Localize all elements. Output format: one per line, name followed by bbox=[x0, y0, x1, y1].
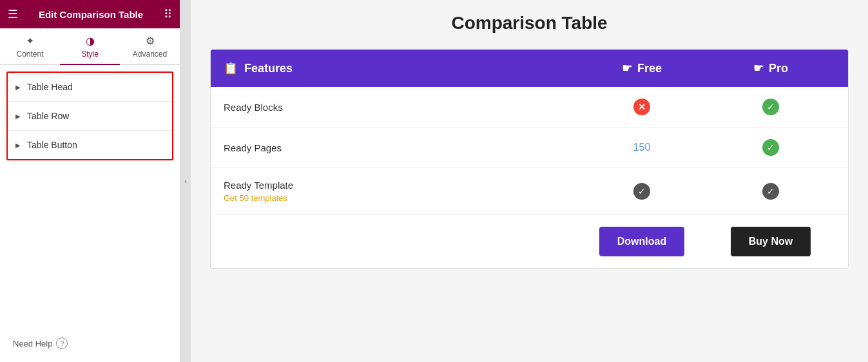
tab-advanced[interactable]: ⚙ Advanced bbox=[120, 28, 180, 64]
check-dark-icon: ✓ bbox=[762, 183, 779, 200]
style-icon: ◑ bbox=[86, 35, 95, 47]
row-label-group-ready-template: Ready Template Get 50 templates bbox=[224, 180, 577, 203]
section-table-head-label: Table Head bbox=[27, 82, 73, 92]
comparison-table: 📋 Features ☛ Free ☛ Pro Ready Blocks ✕ ✓ bbox=[210, 49, 849, 269]
sidebar-sections: ▶ Table Head ▶ Table Row ▶ Table Button bbox=[6, 71, 173, 160]
main-content: Comparison Table 📋 Features ☛ Free ☛ Pro… bbox=[191, 0, 868, 362]
chevron-right-icon: ▶ bbox=[15, 84, 21, 91]
sidebar-tabs: ✦ Content ◑ Style ⚙ Advanced bbox=[0, 28, 180, 65]
th-features: 📋 Features bbox=[224, 61, 577, 75]
section-table-head[interactable]: ▶ Table Head bbox=[8, 73, 172, 102]
th-pro: ☛ Pro bbox=[706, 61, 835, 75]
section-table-row-label: Table Row bbox=[27, 111, 69, 121]
advanced-icon: ⚙ bbox=[146, 35, 155, 47]
grid-icon[interactable]: ⠿ bbox=[164, 7, 172, 21]
table-row: Ready Template Get 50 templates ✓ ✓ bbox=[211, 168, 848, 215]
th-features-label: Features bbox=[244, 62, 293, 75]
content-icon: ✦ bbox=[26, 35, 34, 47]
hamburger-icon[interactable]: ☰ bbox=[8, 7, 18, 21]
table-row: Ready Pages 150 ✓ bbox=[211, 128, 848, 168]
sidebar: ☰ Edit Comparison Table ⠿ ✦ Content ◑ St… bbox=[0, 0, 180, 362]
x-icon: ✕ bbox=[633, 99, 650, 115]
download-cell: Download bbox=[577, 227, 706, 256]
download-button[interactable]: Download bbox=[599, 227, 684, 256]
row-cell-ready-pages-free: 150 bbox=[577, 142, 706, 153]
tab-style-label: Style bbox=[81, 50, 99, 59]
tab-style[interactable]: ◑ Style bbox=[60, 28, 120, 64]
tab-advanced-label: Advanced bbox=[133, 50, 167, 59]
chevron-right-icon: ▶ bbox=[15, 142, 21, 149]
need-help-label: Need Help bbox=[13, 339, 52, 348]
table-row: Ready Blocks ✕ ✓ bbox=[211, 87, 848, 128]
check-green-icon: ✓ bbox=[762, 99, 779, 115]
sidebar-title: Edit Comparison Table bbox=[39, 9, 143, 20]
sidebar-footer[interactable]: Need Help ? bbox=[0, 325, 180, 362]
cell-number: 150 bbox=[633, 142, 651, 153]
check-dark-icon: ✓ bbox=[633, 183, 650, 200]
row-cell-ready-template-free: ✓ bbox=[577, 183, 706, 200]
row-label-ready-template: Ready Template bbox=[224, 180, 577, 191]
check-green-icon: ✓ bbox=[762, 139, 779, 156]
sidebar-header: ☰ Edit Comparison Table ⠿ bbox=[0, 0, 180, 28]
buynow-cell: Buy Now bbox=[706, 227, 835, 256]
chevron-right-icon: ▶ bbox=[15, 113, 21, 120]
pro-hand-icon: ☛ bbox=[753, 61, 764, 75]
th-free-label: Free bbox=[637, 62, 662, 75]
collapse-icon: ‹ bbox=[184, 176, 187, 186]
row-cell-ready-blocks-free: ✕ bbox=[577, 99, 706, 115]
collapse-handle[interactable]: ‹ bbox=[180, 0, 191, 362]
tab-content-label: Content bbox=[16, 50, 43, 59]
th-pro-label: Pro bbox=[769, 62, 788, 75]
clipboard-icon: 📋 bbox=[224, 61, 238, 75]
row-cell-ready-pages-pro: ✓ bbox=[706, 139, 835, 156]
help-icon[interactable]: ? bbox=[56, 338, 68, 349]
th-free: ☛ Free bbox=[577, 61, 706, 75]
table-footer: Download Buy Now bbox=[211, 215, 848, 268]
table-header: 📋 Features ☛ Free ☛ Pro bbox=[211, 50, 848, 87]
row-label-ready-pages: Ready Pages bbox=[224, 142, 577, 153]
row-label-get-templates: Get 50 templates bbox=[224, 193, 577, 203]
row-cell-ready-blocks-pro: ✓ bbox=[706, 99, 835, 115]
buy-now-button[interactable]: Buy Now bbox=[731, 227, 811, 256]
row-label-ready-blocks: Ready Blocks bbox=[224, 102, 577, 113]
section-table-button[interactable]: ▶ Table Button bbox=[8, 131, 172, 159]
section-table-row[interactable]: ▶ Table Row bbox=[8, 102, 172, 131]
free-hand-icon: ☛ bbox=[622, 61, 632, 75]
tab-content[interactable]: ✦ Content bbox=[0, 28, 60, 64]
page-title: Comparison Table bbox=[210, 13, 849, 33]
row-cell-ready-template-pro: ✓ bbox=[706, 183, 835, 200]
section-table-button-label: Table Button bbox=[27, 140, 77, 150]
